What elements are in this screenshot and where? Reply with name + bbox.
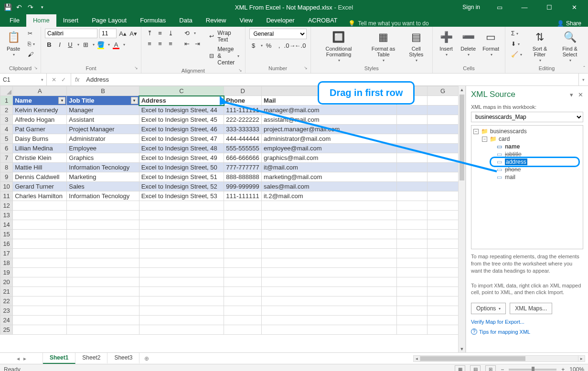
taskpane-options-icon[interactable]: ▾ xyxy=(570,91,573,98)
cell-B19[interactable] xyxy=(67,268,139,277)
cell-E9[interactable]: marketing@mail.com xyxy=(262,172,397,182)
cell-E14[interactable] xyxy=(262,220,397,230)
cell-A17[interactable] xyxy=(13,249,67,258)
row-header-15[interactable]: 15 xyxy=(0,230,13,239)
cell-E23[interactable] xyxy=(262,306,397,316)
new-sheet-button[interactable]: ⊕ xyxy=(139,353,154,364)
column-header-C[interactable]: C xyxy=(139,86,224,96)
cell-C11[interactable]: Excel to Indesign Street, 53 xyxy=(139,191,224,201)
cell-C7[interactable]: Excel to Indesign Street, 49 xyxy=(139,153,224,163)
cell-C13[interactable] xyxy=(139,211,224,220)
undo-icon[interactable]: ↶ xyxy=(15,3,23,11)
underline-button[interactable]: U xyxy=(66,40,75,49)
ribbon-options-icon[interactable]: ▭ xyxy=(489,0,511,14)
row-header-9[interactable]: 9 xyxy=(0,172,13,182)
increase-font-icon[interactable]: A▴ xyxy=(118,29,127,38)
cell-F21[interactable] xyxy=(396,287,428,297)
cell-G9[interactable] xyxy=(428,172,459,182)
paste-button[interactable]: 📋 Paste▾ xyxy=(4,29,23,58)
cell-D19[interactable] xyxy=(224,268,262,277)
cell-A11[interactable]: Charles Hamilton xyxy=(13,191,67,201)
cell-B22[interactable] xyxy=(67,297,139,306)
cell-G23[interactable] xyxy=(428,306,459,316)
increase-indent-icon[interactable]: ⇥ xyxy=(193,39,202,48)
cell-B13[interactable] xyxy=(67,211,139,220)
cell-E13[interactable] xyxy=(262,211,397,220)
cell-C3[interactable]: Excel to Indesign Street, 45 xyxy=(139,115,224,125)
cell-F18[interactable] xyxy=(396,258,428,268)
cell-C2[interactable]: Excel to Indesign Street, 44 xyxy=(139,106,224,115)
row-header-13[interactable]: 13 xyxy=(0,211,13,220)
cell-B4[interactable]: Project Manager xyxy=(67,125,139,134)
cell-D10[interactable]: 999-999999 xyxy=(224,182,262,191)
qat-customize-icon[interactable]: ▾ xyxy=(38,3,46,11)
cell-B17[interactable] xyxy=(67,249,139,258)
tree-leaf-address[interactable]: ▭address xyxy=(472,158,582,166)
taskpane-close-icon[interactable]: ✕ xyxy=(578,91,583,98)
decrease-font-icon[interactable]: A▾ xyxy=(129,29,138,38)
cell-D15[interactable] xyxy=(224,230,262,239)
cell-F10[interactable] xyxy=(396,182,428,191)
cell-A6[interactable]: Lillian Medina xyxy=(13,144,67,153)
tab-home[interactable]: Home xyxy=(26,14,56,27)
expand-formula-bar-icon[interactable]: ▾ xyxy=(578,74,588,85)
tab-data[interactable]: Data xyxy=(172,14,199,27)
font-name-input[interactable] xyxy=(45,29,97,38)
cut-button[interactable]: ✂ xyxy=(26,29,37,38)
tree-leaf-jobtitle[interactable]: ▭jobtitle xyxy=(472,150,582,158)
cell-E12[interactable] xyxy=(262,201,397,211)
cell-G14[interactable] xyxy=(428,220,459,230)
redo-icon[interactable]: ↷ xyxy=(27,3,34,11)
cell-G18[interactable] xyxy=(428,258,459,268)
cell-F22[interactable] xyxy=(396,297,428,306)
row-header-21[interactable]: 21 xyxy=(0,287,13,297)
cell-D4[interactable]: 333-333333 xyxy=(224,125,262,134)
column-header-D[interactable]: D xyxy=(224,86,262,96)
cell-C5[interactable]: Excel to Indesign Street, 47 xyxy=(139,134,224,144)
cell-B24[interactable] xyxy=(67,316,139,325)
cell-C8[interactable]: Excel to Indesign Street, 50 xyxy=(139,163,224,172)
zoom-level[interactable]: 100% xyxy=(569,366,584,371)
cell-F8[interactable] xyxy=(396,163,428,172)
horizontal-scrollbar[interactable]: ◂▸ xyxy=(413,355,585,362)
cell-B25[interactable] xyxy=(67,325,139,335)
cell-D6[interactable]: 555-555555 xyxy=(224,144,262,153)
zoom-slider[interactable] xyxy=(509,369,556,371)
cell-F12[interactable] xyxy=(396,201,428,211)
cell-F19[interactable] xyxy=(396,268,428,277)
xml-map-select[interactable]: businesscards_Map xyxy=(471,112,583,122)
fill-button[interactable]: ⬇▾ xyxy=(509,39,524,49)
cell-D8[interactable]: 777-777777 xyxy=(224,163,262,172)
clipboard-dialog-launcher[interactable]: ↘ xyxy=(34,65,38,70)
decrease-decimal-icon[interactable]: ←.0 xyxy=(296,41,305,50)
align-center-icon[interactable]: ≡ xyxy=(156,39,164,48)
cell-D1[interactable]: Phone xyxy=(224,96,262,106)
cell-E17[interactable] xyxy=(262,249,397,258)
cell-C17[interactable] xyxy=(139,249,224,258)
format-painter-button[interactable]: 🖌 xyxy=(26,50,37,59)
cell-A19[interactable] xyxy=(13,268,67,277)
tips-link[interactable]: ?Tips for mapping XML xyxy=(471,329,583,335)
cell-F11[interactable] xyxy=(396,191,428,201)
cell-E25[interactable] xyxy=(262,325,397,335)
tree-leaf-phone[interactable]: ▭phone xyxy=(472,166,582,173)
cell-F9[interactable] xyxy=(396,172,428,182)
format-cells-button[interactable]: ▭Format▾ xyxy=(481,29,501,58)
font-dialog-launcher[interactable]: ↘ xyxy=(134,65,138,70)
number-dialog-launcher[interactable]: ↘ xyxy=(304,65,308,70)
font-color-button[interactable]: A xyxy=(112,40,120,49)
cell-E2[interactable]: manager@mail.com xyxy=(262,106,397,115)
share-button[interactable]: 👤 Share xyxy=(557,20,588,27)
cell-F23[interactable] xyxy=(396,306,428,316)
tab-insert[interactable]: Insert xyxy=(56,14,86,27)
cell-A2[interactable]: Kelvin Kennedy xyxy=(13,106,67,115)
cell-F13[interactable] xyxy=(396,211,428,220)
cell-A5[interactable]: Daisy Burns xyxy=(13,134,67,144)
cell-E20[interactable] xyxy=(262,277,397,287)
cell-E18[interactable] xyxy=(262,258,397,268)
row-header-20[interactable]: 20 xyxy=(0,277,13,287)
cell-B18[interactable] xyxy=(67,258,139,268)
cell-D11[interactable]: 111-111111 xyxy=(224,191,262,201)
row-header-23[interactable]: 23 xyxy=(0,306,13,316)
cell-D17[interactable] xyxy=(224,249,262,258)
